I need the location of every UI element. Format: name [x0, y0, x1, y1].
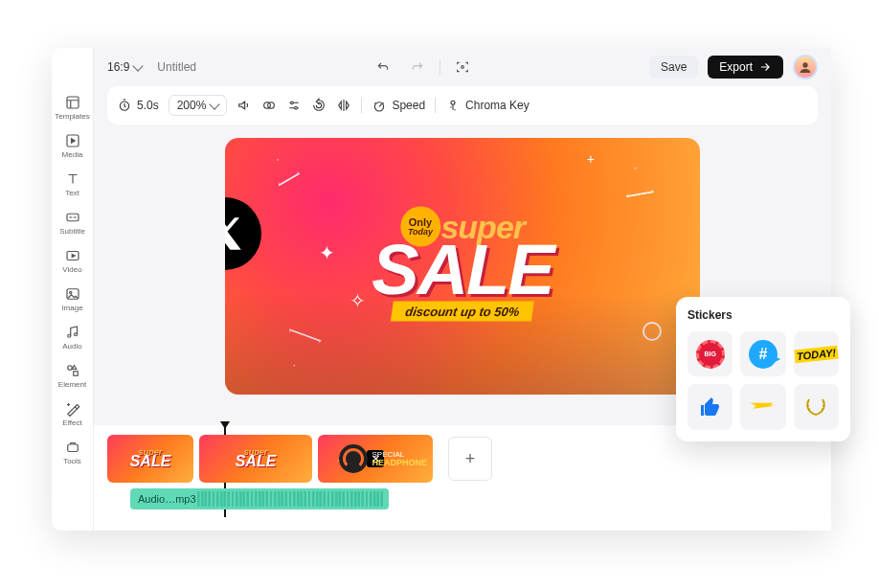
sidebar-item-media[interactable]: Media	[52, 128, 93, 163]
duration-display[interactable]: 5.0s	[117, 98, 159, 113]
zoom-value: 200%	[177, 99, 207, 112]
sticker-big-sale[interactable]: BIG	[687, 331, 732, 376]
svg-rect-9	[73, 372, 78, 376]
sidebar-item-video[interactable]: Video	[52, 243, 93, 278]
audio-clip[interactable]: Audio…mp3	[130, 488, 389, 509]
sidebar-label: Media	[62, 150, 83, 159]
sidebar-item-subtitle[interactable]: Subtitle	[52, 205, 93, 239]
stickers-title: Stickers	[687, 308, 839, 322]
sidebar: Templates Media Text Subtitle Video Imag…	[52, 48, 94, 531]
sidebar-label: Text	[65, 189, 79, 197]
svg-point-11	[462, 66, 464, 69]
export-button[interactable]: Export	[708, 56, 783, 79]
sticker-today[interactable]: TODAY!	[794, 331, 839, 376]
export-label: Export	[719, 60, 753, 74]
sticker-swoosh[interactable]	[740, 384, 785, 429]
duration-value: 5.0s	[137, 99, 159, 112]
sidebar-item-image[interactable]: Image	[52, 282, 93, 316]
volume-button[interactable]	[237, 98, 252, 113]
aspect-ratio-selector[interactable]: 16:9	[107, 60, 142, 74]
svg-point-15	[268, 102, 275, 109]
add-scene-button[interactable]: +	[448, 437, 492, 481]
headphone-icon	[339, 444, 368, 473]
sidebar-label: Effect	[62, 418, 81, 427]
speed-label: Speed	[392, 99, 425, 112]
svg-rect-0	[67, 97, 79, 108]
svg-point-12	[802, 62, 807, 67]
svg-rect-10	[67, 444, 78, 452]
speed-button[interactable]: Speed	[372, 98, 425, 113]
redo-button[interactable]	[405, 55, 430, 79]
sidebar-label: Audio	[62, 342, 81, 351]
project-title[interactable]: Untitled	[157, 60, 196, 74]
flip-button[interactable]	[336, 98, 351, 113]
sidebar-item-audio[interactable]: Audio	[52, 320, 93, 354]
adjust-button[interactable]	[286, 98, 302, 113]
sidebar-item-element[interactable]: Element	[52, 358, 93, 393]
main-area: 16:9 Untitled Save Export 5.0s	[94, 48, 831, 531]
canvas-text-group: Only Today super SALE discount up to 50%	[372, 207, 552, 322]
sidebar-item-text[interactable]: Text	[52, 167, 93, 201]
sidebar-item-templates[interactable]: Templates	[52, 90, 93, 124]
topbar: 16:9 Untitled Save Export	[94, 48, 831, 86]
canvas-wrap: ✦ ✧ + Only Today super SALE discount up …	[94, 134, 831, 425]
svg-point-7	[74, 333, 77, 336]
audio-filename: Audio…mp3	[138, 493, 196, 505]
chroma-key-button[interactable]: Chroma Key	[445, 98, 530, 113]
timeline-clip-3[interactable]: SALE ✕ SPECIALHEADPHONE	[318, 435, 433, 483]
waveform	[197, 491, 385, 507]
undo-button[interactable]	[371, 55, 395, 79]
stickers-panel: Stickers BIG # TODAY!	[676, 297, 850, 441]
user-avatar[interactable]	[793, 55, 818, 79]
sidebar-label: Templates	[55, 112, 89, 121]
timeline-clip-1[interactable]: superSALE	[107, 435, 193, 483]
svg-point-6	[67, 334, 70, 337]
chroma-label: Chroma Key	[465, 99, 530, 112]
app-window: Templates Media Text Subtitle Video Imag…	[52, 48, 831, 531]
svg-point-5	[69, 291, 71, 293]
sidebar-label: Image	[61, 304, 82, 312]
sidebar-label: Element	[58, 380, 86, 389]
svg-point-16	[291, 102, 294, 104]
sidebar-item-tools[interactable]: Tools	[52, 435, 93, 469]
rotate-button[interactable]	[311, 98, 327, 113]
sidebar-label: Tools	[63, 457, 81, 465]
clip-row: superSALE superSALE SALE ✕ SPECIALHEADPH…	[107, 435, 818, 483]
zoom-selector[interactable]: 200%	[169, 95, 228, 116]
chevron-down-icon	[210, 99, 220, 109]
sticker-thumbs-up[interactable]	[687, 384, 732, 429]
x-logo-sticker[interactable]	[225, 197, 261, 270]
sidebar-label: Video	[62, 265, 81, 274]
color-button[interactable]	[261, 98, 277, 113]
sidebar-item-effect[interactable]: Effect	[52, 396, 93, 431]
canvas[interactable]: ✦ ✧ + Only Today super SALE discount up …	[225, 138, 700, 395]
canvas-toolbar: 5.0s 200% Speed Chroma Key	[107, 86, 818, 124]
timeline-clip-2[interactable]: superSALE	[199, 435, 312, 483]
save-button[interactable]: Save	[649, 56, 698, 79]
sticker-hashtag[interactable]: #	[740, 331, 785, 376]
svg-point-19	[451, 101, 455, 104]
svg-point-17	[295, 106, 298, 109]
focus-button[interactable]	[450, 55, 475, 79]
sticker-laurel[interactable]	[794, 384, 839, 429]
sale-text: SALE	[372, 241, 552, 298]
aspect-value: 16:9	[107, 60, 129, 74]
svg-rect-2	[67, 214, 79, 221]
discount-text: discount up to 50%	[391, 302, 534, 322]
chevron-down-icon	[133, 60, 144, 71]
sidebar-label: Subtitle	[59, 227, 85, 236]
